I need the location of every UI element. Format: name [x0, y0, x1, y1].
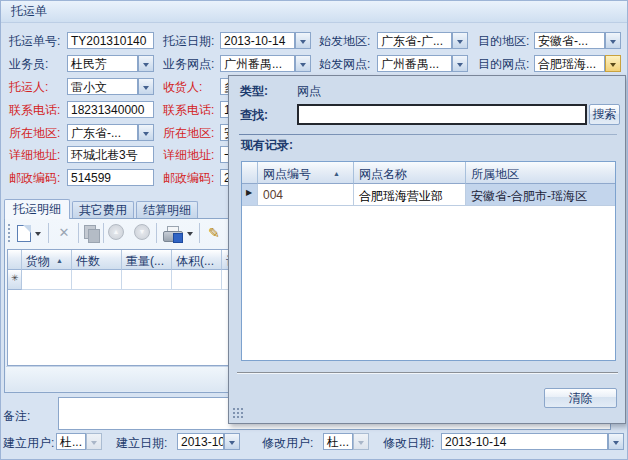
- print-dropdown-icon[interactable]: [187, 232, 193, 239]
- lookup-find-label: 查找:: [240, 108, 268, 122]
- search-button[interactable]: 搜索: [589, 104, 620, 125]
- created-by-dropdown-icon: [86, 433, 102, 450]
- business-branch-dropdown-icon[interactable]: [295, 55, 311, 72]
- move-down-icon[interactable]: ▼: [134, 224, 150, 240]
- lookup-type-value: 网点: [297, 84, 321, 98]
- salesman-input[interactable]: 杜民芳: [67, 55, 138, 72]
- dest-region-dropdown-icon[interactable]: [605, 32, 621, 49]
- shipper-region-label: 所在地区:: [9, 126, 60, 140]
- window-title: 托运单: [1, 1, 627, 23]
- origin-region-label: 始发地区:: [319, 34, 370, 48]
- consignment-order-window: 托运单 托运单号: TY201310140 托运日期: 2013-10-14 始…: [0, 0, 628, 460]
- cell-branch-code[interactable]: 004: [258, 184, 354, 206]
- divider: [237, 372, 618, 374]
- dest-branch-dropdown-icon-active[interactable]: [605, 55, 621, 72]
- shipper-postal-input[interactable]: 514599: [67, 169, 154, 186]
- created-by-input[interactable]: 杜...: [56, 433, 86, 450]
- shipper-region-dropdown-icon[interactable]: [138, 124, 154, 141]
- consignee-postal-label: 邮政编码:: [163, 171, 214, 185]
- new-row-marker[interactable]: ✳: [8, 270, 22, 290]
- edit-icon[interactable]: ✎: [204, 223, 224, 243]
- new-row-cell[interactable]: [122, 270, 172, 290]
- dest-region-input[interactable]: 安徽省-...: [534, 32, 605, 49]
- business-branch-input[interactable]: 广州番禺...: [220, 55, 295, 72]
- memo-label: 备注:: [3, 409, 30, 423]
- consignee-label: 收货人:: [163, 80, 202, 94]
- col-header-branch-name[interactable]: 网点名称: [354, 162, 466, 184]
- order-no-label: 托运单号:: [9, 34, 60, 48]
- created-date-input[interactable]: 2013-10-14: [177, 433, 224, 450]
- shipper-address-input[interactable]: 环城北巷3号: [67, 146, 154, 163]
- dest-branch-label: 目的网点:: [478, 57, 529, 71]
- new-row-cell[interactable]: [72, 270, 122, 290]
- lookup-type-label: 类型:: [240, 84, 268, 98]
- origin-branch-label: 始发网点:: [319, 57, 370, 71]
- shipper-postal-label: 邮政编码:: [9, 171, 60, 185]
- delete-row-icon[interactable]: ✕: [54, 223, 74, 243]
- col-header-qty[interactable]: 件数: [72, 250, 122, 270]
- business-branch-label: 业务网点:: [163, 57, 214, 71]
- save-icon: [173, 233, 183, 243]
- sort-asc-icon: ▲: [333, 170, 340, 177]
- toolbar-grip-handle[interactable]: [8, 224, 12, 242]
- grid-corner-cell: [242, 162, 258, 184]
- col-header-goods[interactable]: 货物▲: [22, 250, 72, 270]
- shipper-input[interactable]: 雷小文: [67, 78, 138, 95]
- existing-records-label: 现有记录:: [241, 138, 293, 152]
- copy-icon-back: [88, 229, 100, 243]
- tab-settlement-detail[interactable]: 结算明细: [136, 201, 198, 219]
- shipper-region-input[interactable]: 广东省-...: [67, 124, 138, 141]
- col-header-branch-region[interactable]: 所属地区: [466, 162, 616, 184]
- shipper-label: 托运人:: [9, 80, 48, 94]
- origin-branch-input[interactable]: 广州番禺...: [377, 55, 452, 72]
- modified-by-input[interactable]: 杜...: [323, 433, 353, 450]
- lookup-search-input[interactable]: [297, 104, 587, 125]
- lookup-results-grid: 网点编号▲ 网点名称 所属地区 ▶ 004 合肥瑶海营业部 安徽省-合肥市-瑶海…: [241, 161, 616, 361]
- consignee-phone-label: 联系电话:: [163, 103, 214, 117]
- clear-button[interactable]: 清除: [544, 388, 617, 408]
- sort-asc-icon: ▲: [56, 257, 63, 264]
- new-row-cell[interactable]: [172, 270, 222, 290]
- consignee-address-label: 详细地址:: [163, 148, 214, 162]
- created-date-dropdown-icon[interactable]: [224, 433, 240, 450]
- dest-region-label: 目的地区:: [478, 34, 529, 48]
- modified-by-label: 修改用户:: [262, 436, 313, 450]
- new-row-cell[interactable]: [22, 270, 72, 290]
- new-row-dropdown-icon[interactable]: [35, 232, 41, 239]
- col-header-volume[interactable]: 体积(...: [172, 250, 222, 270]
- modified-date-label: 修改日期:: [383, 436, 434, 450]
- row-pointer-icon: ▶: [242, 184, 258, 206]
- order-date-dropdown-icon[interactable]: [295, 32, 311, 49]
- origin-region-input[interactable]: 广东省-广...: [377, 32, 452, 49]
- order-date-input[interactable]: 2013-10-14: [220, 32, 295, 49]
- move-up-icon[interactable]: ▲: [108, 224, 124, 240]
- created-by-label: 建立用户:: [3, 436, 54, 450]
- origin-branch-dropdown-icon[interactable]: [452, 55, 468, 72]
- new-row-icon[interactable]: [17, 225, 31, 242]
- tab-other-fees[interactable]: 其它费用: [72, 201, 134, 219]
- shipper-dropdown-icon[interactable]: [138, 78, 154, 95]
- tab-shipping-detail[interactable]: 托运明细: [4, 199, 70, 219]
- cell-branch-region[interactable]: 安徽省-合肥市-瑶海区: [466, 184, 616, 206]
- order-date-label: 托运日期:: [163, 34, 214, 48]
- col-header-weight[interactable]: 重量(...: [122, 250, 172, 270]
- origin-region-dropdown-icon[interactable]: [452, 32, 468, 49]
- divider: [239, 134, 617, 135]
- consignee-region-label: 所在地区:: [163, 126, 214, 140]
- shipper-phone-label: 联系电话:: [9, 103, 60, 117]
- col-header-branch-code[interactable]: 网点编号▲: [258, 162, 354, 184]
- shipper-phone-input[interactable]: 18231340000: [67, 101, 154, 118]
- shipper-address-label: 详细地址:: [9, 148, 60, 162]
- branch-lookup-popup: 类型: 网点 查找: 搜索 现有记录: 网点编号▲ 网点名称 所属地区 ▶ 00…: [228, 75, 626, 424]
- dest-branch-input[interactable]: 合肥瑶海...: [534, 55, 605, 72]
- salesman-label: 业务员:: [9, 57, 48, 71]
- salesman-dropdown-icon[interactable]: [138, 55, 154, 72]
- modified-by-dropdown-icon: [353, 433, 369, 450]
- modified-date-dropdown-icon[interactable]: [608, 433, 624, 450]
- popup-resize-grip[interactable]: [232, 407, 244, 419]
- order-no-input[interactable]: TY201310140: [67, 32, 154, 49]
- cell-branch-name[interactable]: 合肥瑶海营业部: [354, 184, 466, 206]
- modified-date-input[interactable]: 2013-10-14: [441, 433, 608, 450]
- grid-corner-cell: [8, 250, 22, 270]
- created-date-label: 建立日期:: [116, 436, 167, 450]
